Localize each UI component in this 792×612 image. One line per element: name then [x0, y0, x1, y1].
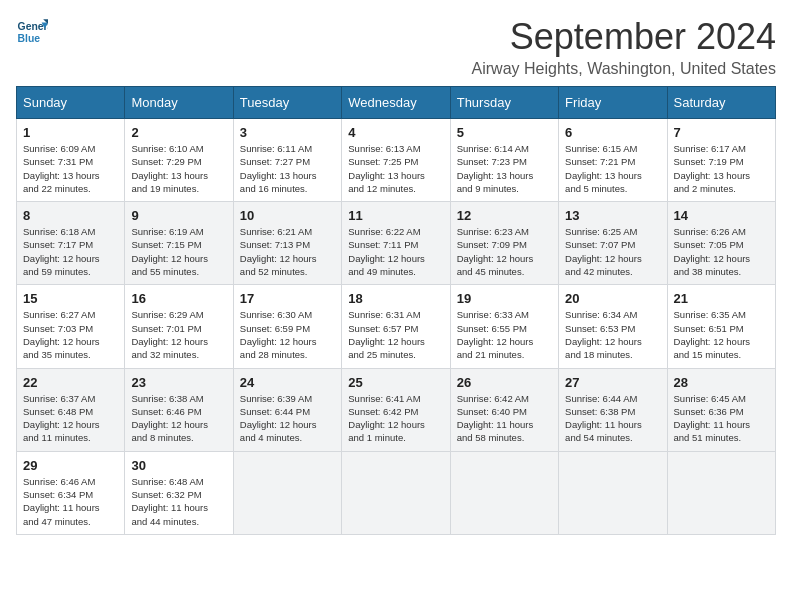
calendar-week-row: 22Sunrise: 6:37 AM Sunset: 6:48 PM Dayli… [17, 368, 776, 451]
day-info: Sunrise: 6:19 AM Sunset: 7:15 PM Dayligh… [131, 225, 226, 278]
day-number: 11 [348, 208, 443, 223]
page-header: General Blue September 2024 Airway Heigh… [16, 16, 776, 78]
day-info: Sunrise: 6:27 AM Sunset: 7:03 PM Dayligh… [23, 308, 118, 361]
calendar-cell: 2Sunrise: 6:10 AM Sunset: 7:29 PM Daylig… [125, 119, 233, 202]
weekday-header-cell: Tuesday [233, 87, 341, 119]
day-info: Sunrise: 6:13 AM Sunset: 7:25 PM Dayligh… [348, 142, 443, 195]
logo-icon: General Blue [16, 16, 48, 48]
day-info: Sunrise: 6:34 AM Sunset: 6:53 PM Dayligh… [565, 308, 660, 361]
calendar-cell: 12Sunrise: 6:23 AM Sunset: 7:09 PM Dayli… [450, 202, 558, 285]
calendar-cell: 15Sunrise: 6:27 AM Sunset: 7:03 PM Dayli… [17, 285, 125, 368]
calendar-cell: 4Sunrise: 6:13 AM Sunset: 7:25 PM Daylig… [342, 119, 450, 202]
svg-text:Blue: Blue [18, 33, 41, 44]
day-number: 29 [23, 458, 118, 473]
day-info: Sunrise: 6:38 AM Sunset: 6:46 PM Dayligh… [131, 392, 226, 445]
day-info: Sunrise: 6:10 AM Sunset: 7:29 PM Dayligh… [131, 142, 226, 195]
day-number: 12 [457, 208, 552, 223]
day-info: Sunrise: 6:26 AM Sunset: 7:05 PM Dayligh… [674, 225, 769, 278]
day-info: Sunrise: 6:23 AM Sunset: 7:09 PM Dayligh… [457, 225, 552, 278]
day-number: 25 [348, 375, 443, 390]
calendar-cell: 26Sunrise: 6:42 AM Sunset: 6:40 PM Dayli… [450, 368, 558, 451]
calendar-cell: 24Sunrise: 6:39 AM Sunset: 6:44 PM Dayli… [233, 368, 341, 451]
day-info: Sunrise: 6:18 AM Sunset: 7:17 PM Dayligh… [23, 225, 118, 278]
day-number: 18 [348, 291, 443, 306]
calendar-cell [233, 451, 341, 534]
day-info: Sunrise: 6:41 AM Sunset: 6:42 PM Dayligh… [348, 392, 443, 445]
month-title: September 2024 [472, 16, 776, 58]
calendar-cell: 22Sunrise: 6:37 AM Sunset: 6:48 PM Dayli… [17, 368, 125, 451]
day-info: Sunrise: 6:21 AM Sunset: 7:13 PM Dayligh… [240, 225, 335, 278]
calendar-cell: 29Sunrise: 6:46 AM Sunset: 6:34 PM Dayli… [17, 451, 125, 534]
day-info: Sunrise: 6:15 AM Sunset: 7:21 PM Dayligh… [565, 142, 660, 195]
calendar-cell: 30Sunrise: 6:48 AM Sunset: 6:32 PM Dayli… [125, 451, 233, 534]
day-number: 19 [457, 291, 552, 306]
calendar-cell: 28Sunrise: 6:45 AM Sunset: 6:36 PM Dayli… [667, 368, 775, 451]
calendar-cell: 11Sunrise: 6:22 AM Sunset: 7:11 PM Dayli… [342, 202, 450, 285]
calendar-cell: 18Sunrise: 6:31 AM Sunset: 6:57 PM Dayli… [342, 285, 450, 368]
day-info: Sunrise: 6:09 AM Sunset: 7:31 PM Dayligh… [23, 142, 118, 195]
calendar-cell: 9Sunrise: 6:19 AM Sunset: 7:15 PM Daylig… [125, 202, 233, 285]
day-number: 8 [23, 208, 118, 223]
calendar-cell: 21Sunrise: 6:35 AM Sunset: 6:51 PM Dayli… [667, 285, 775, 368]
day-info: Sunrise: 6:46 AM Sunset: 6:34 PM Dayligh… [23, 475, 118, 528]
day-number: 3 [240, 125, 335, 140]
day-number: 23 [131, 375, 226, 390]
calendar-cell: 17Sunrise: 6:30 AM Sunset: 6:59 PM Dayli… [233, 285, 341, 368]
calendar-cell: 13Sunrise: 6:25 AM Sunset: 7:07 PM Dayli… [559, 202, 667, 285]
day-number: 17 [240, 291, 335, 306]
day-info: Sunrise: 6:33 AM Sunset: 6:55 PM Dayligh… [457, 308, 552, 361]
calendar-week-row: 29Sunrise: 6:46 AM Sunset: 6:34 PM Dayli… [17, 451, 776, 534]
location: Airway Heights, Washington, United State… [472, 60, 776, 78]
day-info: Sunrise: 6:22 AM Sunset: 7:11 PM Dayligh… [348, 225, 443, 278]
day-number: 6 [565, 125, 660, 140]
day-number: 26 [457, 375, 552, 390]
day-info: Sunrise: 6:37 AM Sunset: 6:48 PM Dayligh… [23, 392, 118, 445]
day-number: 21 [674, 291, 769, 306]
day-number: 7 [674, 125, 769, 140]
day-number: 28 [674, 375, 769, 390]
day-number: 1 [23, 125, 118, 140]
day-number: 14 [674, 208, 769, 223]
calendar-cell: 3Sunrise: 6:11 AM Sunset: 7:27 PM Daylig… [233, 119, 341, 202]
calendar-cell: 27Sunrise: 6:44 AM Sunset: 6:38 PM Dayli… [559, 368, 667, 451]
day-info: Sunrise: 6:42 AM Sunset: 6:40 PM Dayligh… [457, 392, 552, 445]
calendar-cell: 14Sunrise: 6:26 AM Sunset: 7:05 PM Dayli… [667, 202, 775, 285]
day-number: 20 [565, 291, 660, 306]
weekday-header-cell: Monday [125, 87, 233, 119]
calendar-cell: 16Sunrise: 6:29 AM Sunset: 7:01 PM Dayli… [125, 285, 233, 368]
weekday-header-cell: Sunday [17, 87, 125, 119]
weekday-header-cell: Friday [559, 87, 667, 119]
logo: General Blue [16, 16, 48, 48]
calendar-cell: 6Sunrise: 6:15 AM Sunset: 7:21 PM Daylig… [559, 119, 667, 202]
calendar-cell [450, 451, 558, 534]
day-number: 24 [240, 375, 335, 390]
day-info: Sunrise: 6:17 AM Sunset: 7:19 PM Dayligh… [674, 142, 769, 195]
day-number: 16 [131, 291, 226, 306]
calendar-cell: 25Sunrise: 6:41 AM Sunset: 6:42 PM Dayli… [342, 368, 450, 451]
day-number: 4 [348, 125, 443, 140]
day-number: 13 [565, 208, 660, 223]
calendar-body: 1Sunrise: 6:09 AM Sunset: 7:31 PM Daylig… [17, 119, 776, 535]
weekday-header-cell: Saturday [667, 87, 775, 119]
day-info: Sunrise: 6:39 AM Sunset: 6:44 PM Dayligh… [240, 392, 335, 445]
calendar-week-row: 8Sunrise: 6:18 AM Sunset: 7:17 PM Daylig… [17, 202, 776, 285]
day-info: Sunrise: 6:14 AM Sunset: 7:23 PM Dayligh… [457, 142, 552, 195]
calendar-cell: 5Sunrise: 6:14 AM Sunset: 7:23 PM Daylig… [450, 119, 558, 202]
day-info: Sunrise: 6:11 AM Sunset: 7:27 PM Dayligh… [240, 142, 335, 195]
calendar-cell: 20Sunrise: 6:34 AM Sunset: 6:53 PM Dayli… [559, 285, 667, 368]
calendar-table: SundayMondayTuesdayWednesdayThursdayFrid… [16, 86, 776, 535]
weekday-header-cell: Wednesday [342, 87, 450, 119]
day-info: Sunrise: 6:31 AM Sunset: 6:57 PM Dayligh… [348, 308, 443, 361]
calendar-cell: 1Sunrise: 6:09 AM Sunset: 7:31 PM Daylig… [17, 119, 125, 202]
day-number: 22 [23, 375, 118, 390]
day-number: 2 [131, 125, 226, 140]
day-info: Sunrise: 6:48 AM Sunset: 6:32 PM Dayligh… [131, 475, 226, 528]
title-area: September 2024 Airway Heights, Washingto… [472, 16, 776, 78]
day-info: Sunrise: 6:30 AM Sunset: 6:59 PM Dayligh… [240, 308, 335, 361]
day-info: Sunrise: 6:44 AM Sunset: 6:38 PM Dayligh… [565, 392, 660, 445]
day-info: Sunrise: 6:45 AM Sunset: 6:36 PM Dayligh… [674, 392, 769, 445]
calendar-cell [342, 451, 450, 534]
day-info: Sunrise: 6:29 AM Sunset: 7:01 PM Dayligh… [131, 308, 226, 361]
day-number: 27 [565, 375, 660, 390]
calendar-cell: 23Sunrise: 6:38 AM Sunset: 6:46 PM Dayli… [125, 368, 233, 451]
